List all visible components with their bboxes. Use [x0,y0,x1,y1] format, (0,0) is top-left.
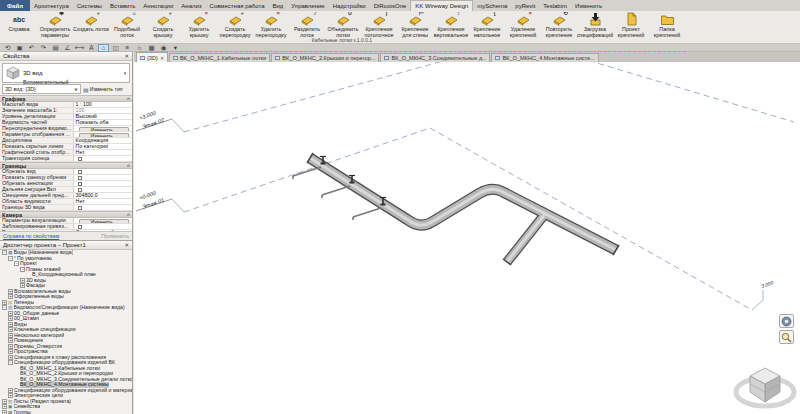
redo-icon[interactable]: ↷ [38,44,49,52]
ribbon-button-mounts-folder[interactable]: Папка креплений [649,12,685,39]
property-value[interactable]: Изменить... [73,218,132,223]
expand-icon[interactable]: + [2,410,7,414]
ribbon-tab-file[interactable]: Файл [0,0,30,11]
save-icon[interactable]: ▣ [14,44,25,52]
edit-button[interactable]: Изменить... [79,219,129,224]
expand-icon[interactable]: + [2,300,7,305]
ribbon-tab-item[interactable]: mySchema [473,0,511,11]
section-icon[interactable]: ◫ [110,44,121,52]
collapse-icon[interactable]: − [2,250,7,255]
property-value[interactable] [73,175,132,180]
chevron-down-icon[interactable]: ▾ [121,70,129,76]
level-02-annotation[interactable]: +3.000 Этаж 02 [136,62,794,132]
view-selector-dropdown[interactable]: 3D вид: {3D}∨ [2,84,81,94]
ribbon-button-split-tray[interactable]: ∕Разделить лоток [289,12,325,39]
checkbox[interactable] [78,182,83,187]
ribbon-tab-item[interactable]: Надстройки [329,0,370,11]
undo-icon[interactable]: ↶ [26,44,37,52]
expand-icon[interactable]: + [8,344,13,349]
ribbon-button-wall-mount[interactable]: ⊢Крепление для стены [397,12,433,39]
ribbon-button-create-divider[interactable]: +Создать перегородку [217,12,253,39]
collapse-icon[interactable]: − [20,267,25,272]
view-tab-active[interactable]: {3D}✕ [136,52,168,62]
expand-icon[interactable]: + [8,349,13,354]
view-tab-4[interactable]: ВК_О_МКНС_4.Монтажные систе... [491,53,598,62]
ribbon-button-delete-mounts[interactable]: ×Удаление креплений [505,12,541,39]
property-value[interactable]: Нет [73,150,132,155]
print-icon[interactable]: ▤ [50,44,61,52]
expand-icon[interactable]: + [8,333,13,338]
checkbox[interactable] [78,176,83,181]
ribbon-tab-item[interactable]: Управление [287,0,328,11]
collapse-icon[interactable]: − [8,256,13,261]
property-value[interactable] [73,205,132,210]
ribbon-tab-item[interactable]: Вид [268,0,287,11]
ribbon-button-define-parameters[interactable]: ✱Определить параметры [37,12,73,39]
level-01-annotation[interactable]: +0.000 Этаж 01 3.000 [136,128,774,310]
ribbon-button-help[interactable]: abcСправка [1,12,37,39]
ribbon-tab-item[interactable]: pyRevit [511,0,539,11]
property-value[interactable]: Высокий [73,114,132,119]
property-value[interactable]: Нет [73,199,132,204]
expand-icon[interactable]: + [8,393,13,398]
apply-button[interactable]: Применить [101,233,129,239]
expand-icon[interactable]: + [20,283,25,288]
edit-button[interactable]: Изменить... [79,127,129,132]
ribbon-button-delete-cover[interactable]: ×Удалить крышку [181,12,217,39]
tree-item[interactable]: +▩Группы [0,410,132,414]
collapse-icon[interactable]: ^ [127,212,130,217]
close-icon[interactable]: ✕ [160,55,164,61]
expand-icon[interactable]: + [2,404,7,409]
checkbox[interactable] [78,157,83,162]
ribbon-tab-item[interactable]: Совместная работа [206,0,269,11]
property-value[interactable] [73,156,132,161]
checkbox[interactable] [78,188,83,193]
expand-icon[interactable]: + [8,355,13,360]
ribbon-button-repeat-mount[interactable]: ↻Повторить крепление [541,12,577,39]
default-3d-view-icon[interactable]: ⌂ [98,44,109,52]
expand-icon[interactable]: + [8,311,13,316]
ribbon-button-vertical-mount[interactable]: ↕Крепление вертикальное [433,12,469,39]
ribbon-tab-item[interactable]: Анализ [177,0,205,11]
ribbon-button-mounts-project[interactable]: Проект креплений [613,12,649,39]
drawing-canvas[interactable]: +3.000 Этаж 02 +0.000 Этаж 01 3.000 [134,62,800,414]
ribbon-tab-item[interactable]: Изменить [571,0,606,11]
edit-button[interactable]: Изменить... [79,133,129,138]
type-selector[interactable]: 3D вид Вспомогательный ▾ [2,63,130,83]
zoom-button[interactable] [779,330,794,344]
view-tab-1[interactable]: ВК_О_МКНС_1.Кабельные лотки [169,53,270,62]
mounting-brackets[interactable] [293,157,386,221]
property-value[interactable]: Изменить... [73,132,132,137]
property-group-header[interactable]: Границы^ [0,162,132,169]
expand-icon[interactable]: + [2,399,7,404]
property-value[interactable]: Координация [73,138,132,143]
thin-lines-icon[interactable]: ≡ [122,44,133,52]
cable-tray-model[interactable] [307,153,619,265]
ribbon-tab-item[interactable]: DiRootsOne [370,0,411,11]
collapse-icon[interactable]: ^ [127,96,130,101]
property-value[interactable]: Показать оба [73,120,132,125]
expand-icon[interactable]: + [8,338,13,343]
ribbon-button-create-tray[interactable]: +Создать лоток [73,12,109,39]
ribbon-button-create-cover[interactable]: +Создать крышку [145,12,181,39]
property-value[interactable]: 100 [73,108,132,113]
property-value[interactable] [73,181,132,186]
ribbon-button-ceiling-mount[interactable]: ⌈Крепление потолочное [361,12,397,39]
property-value[interactable]: Изменить... [73,126,132,131]
property-value[interactable] [73,187,132,192]
ribbon-tab-item[interactable]: Вставить [106,0,139,11]
ribbon-button-similar-tray[interactable]: ≡Подобный лоток [109,12,145,39]
view-tab-2[interactable]: ВК_О_МКНС_2.Крышки и перегор... [271,53,379,62]
ribbon-tab-item[interactable]: Системы [73,0,106,11]
expand-icon[interactable]: + [8,294,13,299]
collapse-icon[interactable]: − [2,305,7,310]
checkbox[interactable] [78,225,83,230]
expand-icon[interactable]: + [20,278,25,283]
property-value[interactable]: 304800,0 [73,193,132,198]
property-value[interactable] [73,169,132,174]
view-tab-3[interactable]: ВК_О_МКНС_3.Соединительные д... [380,53,490,62]
close-icon[interactable]: ✕ [124,242,129,248]
close-icon[interactable]: ✕ [124,53,129,59]
ribbon-tab-item[interactable]: Аннотации [139,0,177,11]
expand-icon[interactable]: + [8,316,13,321]
